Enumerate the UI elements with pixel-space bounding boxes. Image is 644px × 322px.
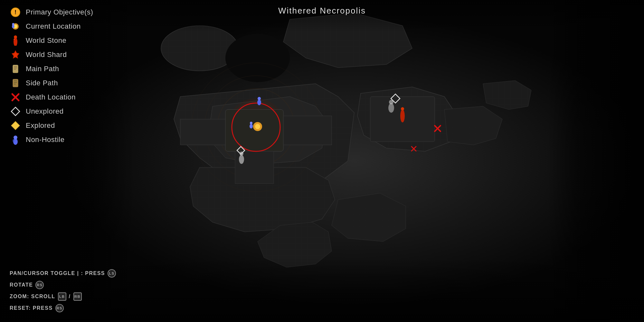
svg-point-62	[12, 23, 14, 25]
svg-point-43	[257, 99, 261, 105]
legend-item-world-stone: World Stone	[10, 35, 93, 46]
legend-item-explored: Explored	[10, 120, 93, 131]
svg-point-82	[13, 139, 14, 142]
control-zoom: ZOOM: SCROLL LB / RB	[10, 292, 116, 301]
control-pan-cursor: PAN/CURSOR TOGGLE | : PRESS LS	[10, 269, 116, 278]
svg-marker-78	[11, 107, 20, 116]
svg-point-65	[14, 39, 15, 40]
svg-rect-75	[14, 84, 16, 84]
svg-rect-72	[13, 79, 18, 87]
svg-rect-74	[14, 82, 17, 83]
svg-point-49	[388, 103, 394, 113]
legend-item-death-location: Death Location	[10, 91, 93, 103]
control-rotate-label: ROTATE	[10, 282, 33, 288]
lb-button: LB	[58, 292, 66, 301]
legend-item-unexplored: Unexplored	[10, 106, 93, 117]
svg-rect-69	[14, 66, 17, 67]
svg-point-44	[258, 97, 261, 100]
svg-point-7	[225, 34, 290, 82]
svg-point-64	[14, 35, 17, 39]
rs-button-reset: RS	[55, 304, 64, 312]
svg-text:!: !	[14, 9, 16, 15]
world-stone-icon	[10, 35, 21, 46]
svg-point-46	[239, 155, 244, 164]
legend-label-death-location: Death Location	[26, 93, 76, 101]
svg-rect-33	[283, 116, 332, 145]
unexplored-icon	[10, 106, 21, 117]
legend-item-primary-objective: ! Primary Objective(s)	[10, 6, 93, 18]
rs-button-rotate: RS	[35, 281, 44, 289]
map-title: Withered Necropolis	[278, 6, 366, 16]
side-path-icon	[10, 77, 21, 89]
svg-rect-31	[180, 119, 225, 145]
svg-point-81	[14, 136, 17, 139]
svg-point-51	[400, 109, 405, 122]
svg-point-41	[250, 124, 253, 128]
svg-point-47	[240, 152, 243, 156]
legend-item-world-shard: World Shard	[10, 49, 93, 61]
legend-label-non-hostile: Non-Hostile	[26, 136, 64, 144]
svg-point-40	[255, 124, 260, 129]
legend-item-side-path: Side Path	[10, 77, 93, 89]
svg-rect-73	[14, 80, 17, 81]
svg-rect-71	[14, 69, 16, 70]
legend-label-current-location: Current Location	[26, 22, 81, 31]
fade-top	[0, 0, 644, 32]
control-rotate: ROTATE RS	[10, 281, 116, 289]
world-shard-icon	[10, 49, 21, 61]
controls-panel: PAN/CURSOR TOGGLE | : PRESS LS ROTATE RS…	[10, 269, 116, 312]
svg-point-52	[401, 107, 404, 110]
legend-label-world-shard: World Shard	[26, 51, 67, 59]
svg-rect-29	[225, 109, 283, 151]
control-reset-label: RESET: PRESS	[10, 305, 53, 311]
legend-item-main-path: Main Path	[10, 63, 93, 75]
legend-label-side-path: Side Path	[26, 79, 58, 87]
svg-rect-70	[14, 68, 17, 68]
legend-label-explored: Explored	[26, 121, 55, 130]
legend-label-unexplored: Unexplored	[26, 107, 64, 116]
control-pan-cursor-label: PAN/CURSOR TOGGLE | : PRESS	[10, 270, 105, 276]
legend-label-world-stone: World Stone	[26, 36, 66, 45]
svg-marker-79	[11, 121, 20, 130]
legend-panel: ! Primary Objective(s) Current Location …	[10, 6, 93, 146]
exclamation-circle-icon: !	[10, 6, 21, 18]
legend-item-non-hostile: Non-Hostile	[10, 134, 93, 146]
legend-label-main-path: Main Path	[26, 65, 59, 73]
current-location-icon	[10, 21, 21, 32]
svg-point-50	[389, 100, 393, 104]
legend-label-primary-objective: Primary Objective(s)	[26, 8, 93, 16]
control-zoom-separator: /	[69, 294, 71, 299]
ls-button: LS	[108, 269, 116, 278]
main-path-icon	[10, 63, 21, 75]
death-location-icon	[10, 91, 21, 103]
legend-item-current-location: Current Location	[10, 21, 93, 32]
explored-icon	[10, 120, 21, 131]
rb-button: RB	[73, 292, 82, 301]
svg-point-42	[250, 122, 252, 124]
control-zoom-label: ZOOM: SCROLL	[10, 294, 55, 299]
non-hostile-icon	[10, 134, 21, 146]
control-reset: RESET: PRESS RS	[10, 304, 116, 312]
